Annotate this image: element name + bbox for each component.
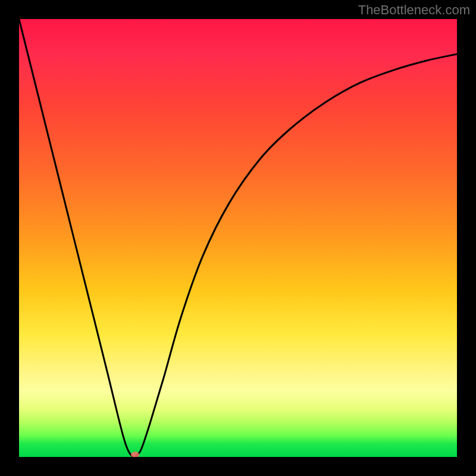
chart-frame: TheBottleneck.com [0,0,476,476]
min-marker-dot [131,452,139,457]
plot-area [19,19,457,457]
curve-svg [19,19,457,457]
bottleneck-curve [19,19,457,457]
watermark-label: TheBottleneck.com [358,2,470,18]
